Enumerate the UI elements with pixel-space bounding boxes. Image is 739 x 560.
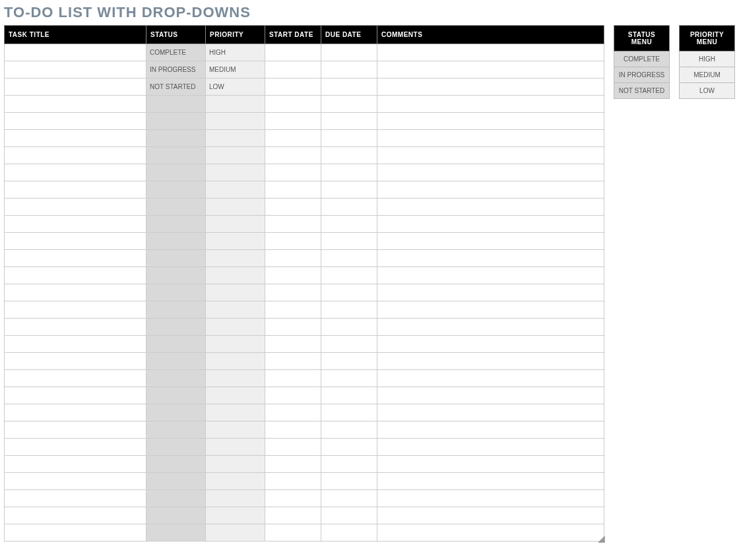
status-cell[interactable]: COMPLETE — [146, 44, 206, 61]
comments-cell[interactable] — [377, 370, 604, 387]
task-title-cell[interactable] — [5, 44, 146, 61]
due-date-cell[interactable] — [321, 456, 377, 473]
task-title-cell[interactable] — [5, 96, 146, 113]
due-date-cell[interactable] — [321, 199, 377, 216]
start-date-cell[interactable] — [265, 336, 321, 353]
status-cell[interactable] — [146, 267, 206, 284]
priority-cell[interactable] — [206, 147, 265, 164]
task-title-cell[interactable] — [5, 439, 146, 456]
status-cell[interactable] — [146, 473, 206, 490]
task-title-cell[interactable] — [5, 181, 146, 199]
due-date-cell[interactable] — [321, 44, 377, 61]
priority-cell[interactable] — [206, 473, 265, 490]
comments-cell[interactable] — [377, 524, 604, 542]
task-title-cell[interactable] — [5, 301, 146, 319]
status-cell[interactable] — [146, 370, 206, 387]
start-date-cell[interactable] — [265, 301, 321, 319]
priority-cell[interactable] — [206, 421, 265, 439]
comments-cell[interactable] — [377, 130, 604, 147]
comments-cell[interactable] — [377, 233, 604, 250]
priority-cell[interactable] — [206, 370, 265, 387]
due-date-cell[interactable] — [321, 353, 377, 370]
task-title-cell[interactable] — [5, 267, 146, 284]
task-title-cell[interactable] — [5, 404, 146, 421]
start-date-cell[interactable] — [265, 250, 321, 267]
status-cell[interactable] — [146, 199, 206, 216]
priority-cell[interactable] — [206, 113, 265, 130]
status-cell[interactable] — [146, 404, 206, 421]
task-title-cell[interactable] — [5, 387, 146, 404]
priority-cell[interactable] — [206, 353, 265, 370]
comments-cell[interactable] — [377, 421, 604, 439]
status-menu-item[interactable]: COMPLETE — [614, 51, 670, 67]
due-date-cell[interactable] — [321, 387, 377, 404]
priority-menu-item[interactable]: LOW — [680, 83, 735, 99]
task-title-cell[interactable] — [5, 370, 146, 387]
task-title-cell[interactable] — [5, 164, 146, 181]
start-date-cell[interactable] — [265, 181, 321, 199]
task-title-cell[interactable] — [5, 336, 146, 353]
task-title-cell[interactable] — [5, 147, 146, 164]
status-cell[interactable] — [146, 439, 206, 456]
start-date-cell[interactable] — [265, 233, 321, 250]
due-date-cell[interactable] — [321, 301, 377, 319]
due-date-cell[interactable] — [321, 147, 377, 164]
start-date-cell[interactable] — [265, 524, 321, 542]
task-title-cell[interactable] — [5, 113, 146, 130]
task-title-cell[interactable] — [5, 284, 146, 301]
task-title-cell[interactable] — [5, 456, 146, 473]
comments-cell[interactable] — [377, 301, 604, 319]
comments-cell[interactable] — [377, 199, 604, 216]
task-title-cell[interactable] — [5, 421, 146, 439]
status-cell[interactable] — [146, 456, 206, 473]
priority-cell[interactable] — [206, 267, 265, 284]
comments-cell[interactable] — [377, 387, 604, 404]
start-date-cell[interactable] — [265, 284, 321, 301]
priority-cell[interactable] — [206, 336, 265, 353]
status-menu-item[interactable]: IN PROGRESS — [614, 67, 670, 83]
comments-cell[interactable] — [377, 267, 604, 284]
priority-cell[interactable] — [206, 199, 265, 216]
priority-cell[interactable] — [206, 404, 265, 421]
task-title-cell[interactable] — [5, 78, 146, 96]
task-title-cell[interactable] — [5, 250, 146, 267]
start-date-cell[interactable] — [265, 507, 321, 524]
start-date-cell[interactable] — [265, 456, 321, 473]
task-title-cell[interactable] — [5, 130, 146, 147]
start-date-cell[interactable] — [265, 113, 321, 130]
status-cell[interactable]: IN PROGRESS — [146, 61, 206, 78]
comments-cell[interactable] — [377, 250, 604, 267]
start-date-cell[interactable] — [265, 404, 321, 421]
start-date-cell[interactable] — [265, 490, 321, 507]
comments-cell[interactable] — [377, 284, 604, 301]
status-cell[interactable] — [146, 113, 206, 130]
due-date-cell[interactable] — [321, 421, 377, 439]
status-cell[interactable] — [146, 216, 206, 233]
priority-cell[interactable] — [206, 490, 265, 507]
status-cell[interactable] — [146, 284, 206, 301]
priority-cell[interactable] — [206, 387, 265, 404]
due-date-cell[interactable] — [321, 267, 377, 284]
start-date-cell[interactable] — [265, 267, 321, 284]
task-title-cell[interactable] — [5, 233, 146, 250]
due-date-cell[interactable] — [321, 439, 377, 456]
comments-cell[interactable] — [377, 507, 604, 524]
due-date-cell[interactable] — [321, 404, 377, 421]
due-date-cell[interactable] — [321, 473, 377, 490]
start-date-cell[interactable] — [265, 421, 321, 439]
start-date-cell[interactable] — [265, 353, 321, 370]
priority-cell[interactable] — [206, 319, 265, 336]
start-date-cell[interactable] — [265, 387, 321, 404]
start-date-cell[interactable] — [265, 319, 321, 336]
due-date-cell[interactable] — [321, 250, 377, 267]
comments-cell[interactable] — [377, 113, 604, 130]
priority-cell[interactable]: LOW — [206, 78, 265, 96]
comments-cell[interactable] — [377, 61, 604, 78]
comments-cell[interactable] — [377, 473, 604, 490]
status-cell[interactable] — [146, 181, 206, 199]
start-date-cell[interactable] — [265, 164, 321, 181]
status-cell[interactable] — [146, 353, 206, 370]
task-title-cell[interactable] — [5, 199, 146, 216]
comments-cell[interactable] — [377, 404, 604, 421]
priority-menu-item[interactable]: MEDIUM — [680, 67, 735, 83]
